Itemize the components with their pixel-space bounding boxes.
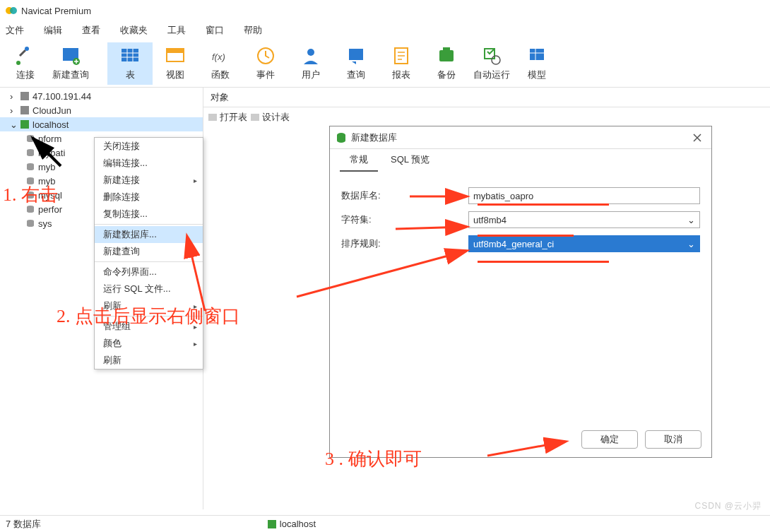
toolbar-report[interactable]: 报表 <box>379 42 424 85</box>
ctx-item[interactable]: 新建连接 <box>95 172 203 189</box>
ctx-item[interactable]: 编辑连接... <box>95 155 203 172</box>
menu-file[interactable]: 文件 <box>6 24 24 37</box>
redline-dbname <box>478 203 609 206</box>
status-db-count: 7 数据库 <box>6 518 41 531</box>
toolbar-plug[interactable]: 连接 <box>3 42 48 85</box>
svg-rect-20 <box>20 106 29 114</box>
svg-rect-8 <box>167 49 184 53</box>
context-menu: 关闭连接编辑连接...新建连接删除连接复制连接...新建数据库...新建查询命令… <box>94 137 203 370</box>
open-table-btn[interactable]: 打开表 <box>208 111 247 124</box>
charset-select[interactable]: utf8mb4⌄ <box>468 211 700 228</box>
svg-point-39 <box>27 210 34 213</box>
chevron-down-icon: ⌄ <box>687 215 695 225</box>
ctx-item[interactable]: 运行 SQL 文件... <box>95 280 203 297</box>
svg-point-47 <box>337 138 345 143</box>
toolbar-user[interactable]: 用户 <box>288 42 333 85</box>
dialog-title: 新建数据库 <box>351 131 397 144</box>
object-tab-bar: 对象 <box>203 88 770 107</box>
ok-button[interactable]: 确定 <box>581 430 638 449</box>
ctx-item[interactable]: 刷新 <box>95 352 203 369</box>
toolbar-table[interactable]: 表 <box>107 42 153 85</box>
svg-point-27 <box>27 153 34 156</box>
tree-item[interactable]: ›CloudJun <box>0 103 203 117</box>
svg-point-1 <box>10 7 17 14</box>
toolbar-newq[interactable]: 新建查询 <box>48 42 93 85</box>
tree-item[interactable]: ›47.100.191.44 <box>0 89 203 103</box>
status-connection: localhost <box>267 519 316 529</box>
toolbar-auto[interactable]: 自动运行 <box>469 42 514 85</box>
svg-rect-6 <box>122 49 138 61</box>
svg-rect-18 <box>530 49 544 60</box>
svg-rect-12 <box>349 49 363 60</box>
menu-edit[interactable]: 编辑 <box>44 24 62 37</box>
svg-point-24 <box>27 139 34 142</box>
svg-point-3 <box>16 61 20 65</box>
svg-point-30 <box>27 167 34 170</box>
app-logo-icon <box>6 5 17 16</box>
toolbar: 连接新建查询表视图f(x)函数事件用户查询报表备份自动运行模型 <box>0 40 770 88</box>
dbname-input[interactable] <box>468 187 700 204</box>
dbname-label: 数据库名: <box>341 189 468 202</box>
annotation-1: 1. 右击 <box>3 182 58 207</box>
toolbar-backup[interactable]: 备份 <box>424 42 469 85</box>
ctx-item[interactable]: 新建查询 <box>95 243 203 260</box>
sub-toolbar: 打开表 设计表 <box>203 107 770 127</box>
annotation-2: 2. 点击后显示右侧窗口 <box>57 304 240 329</box>
dialog-titlebar: 新建数据库 <box>330 126 711 149</box>
toolbar-fx[interactable]: f(x)函数 <box>198 42 243 85</box>
annotation-3: 3 . 确认即可 <box>325 447 422 471</box>
svg-rect-43 <box>208 114 217 121</box>
cancel-button[interactable]: 取消 <box>645 430 701 449</box>
collation-select[interactable]: utf8mb4_general_ci⌄ <box>468 235 700 252</box>
redline-charset <box>478 235 574 237</box>
menu-fav[interactable]: 收藏夹 <box>120 24 148 37</box>
database-icon <box>336 132 347 143</box>
app-title: Navicat Premium <box>21 6 91 16</box>
dialog-body: 数据库名: 字符集: utf8mb4⌄ 排序规则: utf8mb4_genera… <box>330 172 711 269</box>
ctx-item[interactable]: 删除连接 <box>95 189 203 206</box>
svg-point-11 <box>307 49 314 56</box>
svg-rect-21 <box>20 120 29 129</box>
design-table-btn[interactable]: 设计表 <box>250 111 290 124</box>
redline-collation <box>478 261 609 263</box>
statusbar: 7 数据库 localhost <box>0 515 770 532</box>
svg-rect-15 <box>443 47 450 52</box>
svg-point-17 <box>492 56 500 64</box>
tab-sql-preview[interactable]: SQL 预览 <box>381 149 439 172</box>
ctx-item[interactable]: 命令列界面... <box>95 264 203 280</box>
svg-point-42 <box>27 224 34 227</box>
ctx-item[interactable]: 关闭连接 <box>95 138 203 155</box>
charset-label: 字符集: <box>341 213 468 226</box>
menu-view[interactable]: 查看 <box>82 24 100 37</box>
dialog-buttons: 确定 取消 <box>581 430 701 449</box>
dialog-close-button[interactable] <box>689 129 706 146</box>
dialog-tabs: 常规 SQL 预览 <box>330 149 711 172</box>
svg-rect-19 <box>20 92 29 100</box>
menubar: 文件 编辑 查看 收藏夹 工具 窗口 帮助 <box>0 21 770 40</box>
svg-rect-14 <box>439 50 454 61</box>
toolbar-view[interactable]: 视图 <box>153 42 198 85</box>
connection-icon <box>267 519 277 529</box>
menu-help[interactable]: 帮助 <box>244 24 262 37</box>
new-database-dialog: 新建数据库 常规 SQL 预览 数据库名: 字符集: utf8mb4⌄ 排序规则… <box>329 126 712 458</box>
tree-item[interactable]: ⌄localhost <box>0 117 203 131</box>
collation-label: 排序规则: <box>341 237 468 250</box>
toolbar-event[interactable]: 事件 <box>243 42 288 85</box>
titlebar: Navicat Premium <box>0 0 770 21</box>
ctx-item[interactable]: 颜色 <box>95 335 203 352</box>
svg-rect-44 <box>251 114 259 121</box>
object-tab[interactable]: 对象 <box>211 91 229 104</box>
toolbar-query[interactable]: 查询 <box>333 42 379 85</box>
svg-rect-48 <box>268 520 276 528</box>
watermark: CSDN @云小羿 <box>694 500 762 512</box>
menu-window[interactable]: 窗口 <box>206 24 224 37</box>
ctx-item[interactable]: 新建数据库... <box>95 226 203 243</box>
toolbar-model[interactable]: 模型 <box>514 42 559 85</box>
menu-tools[interactable]: 工具 <box>167 24 186 37</box>
svg-text:f(x): f(x) <box>212 52 225 62</box>
chevron-down-icon: ⌄ <box>687 239 695 249</box>
ctx-item[interactable]: 复制连接... <box>95 206 203 223</box>
tab-general[interactable]: 常规 <box>340 149 378 172</box>
svg-point-2 <box>25 47 29 51</box>
